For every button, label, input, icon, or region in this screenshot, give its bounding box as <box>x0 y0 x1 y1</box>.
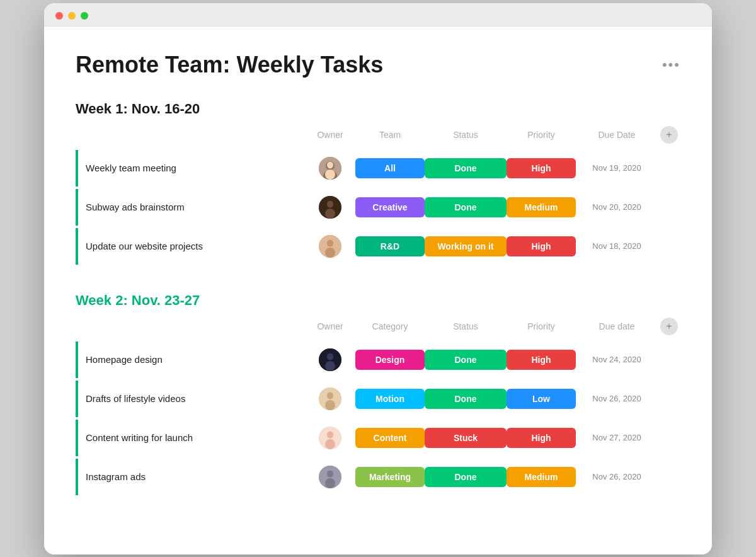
category-badge-cell: Content <box>355 428 425 448</box>
owner-avatar <box>305 235 355 258</box>
category-badge: Content <box>355 428 425 448</box>
due-date: Nov 19, 2020 <box>576 163 658 173</box>
table-row: Update our website projects R&D Working … <box>76 228 680 265</box>
team-badge-cell: Creative <box>355 197 425 217</box>
task-name: Drafts of lifestyle videos <box>86 393 305 404</box>
team-badge-cell: All <box>355 158 425 178</box>
week1-header: Owner Team Status Priority Due Date + <box>76 126 680 147</box>
due-date: Nov 26, 2020 <box>576 472 658 481</box>
owner-avatar <box>305 348 355 371</box>
week2-col-owner: Owner <box>305 321 355 331</box>
status-badge-cell: Done <box>425 467 507 487</box>
app-window: Remote Team: Weekly Tasks ••• Week 1: No… <box>44 3 712 554</box>
team-badge: R&D <box>355 236 425 256</box>
week2-col-priority: Priority <box>507 321 576 331</box>
svg-point-13 <box>325 361 335 371</box>
svg-point-18 <box>327 431 333 438</box>
close-dot[interactable] <box>55 12 63 20</box>
svg-point-7 <box>325 209 335 219</box>
svg-point-9 <box>327 239 333 246</box>
priority-badge: High <box>507 350 576 370</box>
priority-badge-cell: High <box>507 158 576 178</box>
priority-badge: Medium <box>507 467 576 487</box>
status-badge: Done <box>425 350 507 370</box>
task-name: Weekly team meeting <box>86 163 305 173</box>
titlebar <box>44 3 712 26</box>
svg-point-21 <box>327 470 333 477</box>
owner-avatar <box>305 427 355 449</box>
week2-header: Owner Category Status Priority Due date … <box>76 318 680 339</box>
status-badge-cell: Done <box>425 389 507 409</box>
priority-badge: High <box>507 428 576 448</box>
status-badge: Done <box>425 197 507 217</box>
priority-badge-cell: Medium <box>507 197 576 217</box>
task-name: Instagram ads <box>86 471 305 482</box>
due-date: Nov 24, 2020 <box>576 355 658 364</box>
category-badge: Motion <box>355 389 425 409</box>
due-date: Nov 26, 2020 <box>576 394 658 403</box>
week2-add-button[interactable]: + <box>660 318 678 335</box>
team-badge: Creative <box>355 197 425 217</box>
maximize-dot[interactable] <box>81 12 88 20</box>
owner-avatar <box>305 196 355 219</box>
priority-badge: Medium <box>507 197 576 217</box>
week1-col-add: + <box>658 126 680 144</box>
week2-col-duedate: Due date <box>576 321 658 331</box>
status-badge-cell: Done <box>425 350 507 370</box>
minimize-dot[interactable] <box>68 12 76 20</box>
week1-section: Week 1: Nov. 16-20 Owner Team Status Pri… <box>76 101 680 265</box>
status-badge: Working on it <box>425 236 507 256</box>
svg-point-16 <box>325 400 335 410</box>
task-name: Subway ads brainstorm <box>86 202 305 212</box>
status-badge: Done <box>425 389 507 409</box>
team-badge-cell: R&D <box>355 236 425 256</box>
week2-col-add: + <box>658 318 680 335</box>
week2-title: Week 2: Nov. 23-27 <box>76 292 680 309</box>
category-badge-cell: Motion <box>355 389 425 409</box>
table-row: Instagram ads Marketing Done <box>76 459 680 495</box>
task-name: Content writing for launch <box>86 432 305 443</box>
table-row: Subway ads brainstorm Creative Done <box>76 189 680 226</box>
priority-badge-cell: Low <box>507 389 576 409</box>
week2-section: Week 2: Nov. 23-27 Owner Category Status… <box>76 292 680 495</box>
week1-title: Week 1: Nov. 16-20 <box>76 101 680 117</box>
svg-point-12 <box>327 353 333 360</box>
team-badge: All <box>355 158 425 178</box>
main-content: Remote Team: Weekly Tasks ••• Week 1: No… <box>44 26 712 554</box>
page-title: Remote Team: Weekly Tasks <box>76 52 383 78</box>
svg-point-4 <box>325 169 335 180</box>
task-name: Homepage design <box>86 354 305 365</box>
status-badge: Done <box>425 158 507 178</box>
svg-point-22 <box>325 478 335 488</box>
priority-badge-cell: High <box>507 350 576 370</box>
task-name: Update our website projects <box>86 241 305 251</box>
owner-avatar <box>305 157 355 180</box>
status-badge: Stuck <box>425 428 507 448</box>
week1-add-button[interactable]: + <box>660 126 678 144</box>
priority-badge: Low <box>507 389 576 409</box>
status-badge-cell: Done <box>425 197 507 217</box>
page-header: Remote Team: Weekly Tasks ••• <box>76 52 680 78</box>
svg-point-6 <box>327 200 333 207</box>
due-date: Nov 20, 2020 <box>576 202 658 212</box>
svg-point-3 <box>327 161 333 168</box>
table-row: Drafts of lifestyle videos Motion Done <box>76 381 680 417</box>
priority-badge: High <box>507 236 576 256</box>
week1-col-owner: Owner <box>305 130 355 140</box>
priority-badge-cell: Medium <box>507 467 576 487</box>
week1-col-priority: Priority <box>507 130 576 140</box>
priority-badge-cell: High <box>507 428 576 448</box>
week1-col-status: Status <box>425 130 507 140</box>
week2-col-category: Category <box>355 321 425 331</box>
due-date: Nov 18, 2020 <box>576 241 658 251</box>
table-row: Homepage design Design Done <box>76 342 680 378</box>
status-badge: Done <box>425 467 507 487</box>
owner-avatar <box>305 466 355 488</box>
week1-col-team: Team <box>355 130 425 140</box>
svg-point-10 <box>325 248 335 258</box>
owner-avatar <box>305 388 355 410</box>
more-options-button[interactable]: ••• <box>662 57 680 73</box>
category-badge-cell: Marketing <box>355 467 425 487</box>
table-row: Content writing for launch Content Stuck <box>76 420 680 456</box>
status-badge-cell: Done <box>425 158 507 178</box>
